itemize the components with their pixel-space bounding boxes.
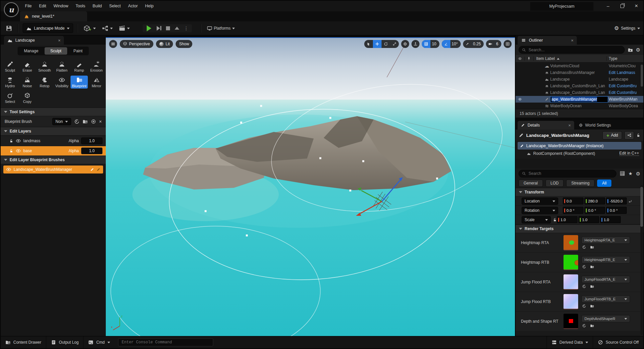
details-search-input[interactable] (528, 171, 613, 176)
grid-snap-value[interactable]: 10 (430, 42, 439, 46)
lock-open-icon[interactable] (9, 149, 13, 153)
maximize-viewport-button[interactable] (504, 40, 512, 48)
outliner-row-water-brush-manager-selected[interactable]: ape_WaterBrushManager WaterBrushMan (516, 96, 643, 103)
jump-flood-rta-thumbnail[interactable] (564, 274, 578, 290)
component-row-root[interactable]: RootComponent (RootComponent) Edit in C+… (518, 150, 641, 157)
menu-actor[interactable]: Actor (124, 2, 141, 10)
tab-new-level1[interactable]: new_level1* (20, 11, 87, 21)
platforms-dropdown[interactable]: Platforms (205, 24, 237, 32)
menu-window[interactable]: Window (50, 2, 72, 10)
editor-mode-dropdown[interactable]: Landscape Mode (23, 23, 73, 33)
blueprint-brush-dropdown[interactable]: Non (52, 118, 71, 125)
tab-details[interactable]: Details × (518, 121, 574, 130)
source-control-button[interactable]: Source Control Off (593, 336, 643, 348)
heightmap-rta-thumbnail[interactable] (564, 235, 578, 250)
actor-rename-field[interactable]: ape_WaterBrushManager (550, 96, 608, 103)
tool-erase[interactable]: Erase (19, 60, 36, 73)
heightmap-rta-asset-dropdown[interactable]: HeightmapRTA_E (581, 236, 630, 244)
outliner-row-landscape[interactable]: Landscape Landscape (516, 76, 643, 83)
tab-paint[interactable]: Paint (68, 47, 88, 55)
lit-dropdown[interactable]: Lit (156, 40, 173, 48)
transform-section-header[interactable]: Transform (516, 188, 643, 196)
select-tool-button[interactable] (364, 40, 373, 48)
play-options-icon[interactable]: ⋮ (184, 26, 189, 31)
tab-outliner[interactable]: Outliner × (518, 36, 577, 45)
browse-asset-icon[interactable] (590, 324, 594, 328)
tool-mirror[interactable]: Mirror (88, 76, 105, 89)
outliner-row-custom-brush-2[interactable]: Landscape_CustomBrush_Lan Edit CustomBru (516, 89, 643, 96)
tool-select[interactable]: Select (1, 91, 19, 104)
eye-icon[interactable] (16, 148, 21, 154)
tab-world-settings[interactable]: World Settings (574, 121, 616, 130)
camera-speed-value[interactable]: 6 (495, 42, 501, 46)
maximize-button[interactable] (620, 4, 624, 8)
alpha-value-field[interactable]: 1.0 (81, 138, 102, 144)
details-scrollbar-thumb[interactable] (640, 187, 643, 227)
menu-select[interactable]: Select (105, 2, 124, 10)
jump-flood-rta-asset-dropdown[interactable]: JumpFloodRTA_E (581, 276, 630, 283)
scale-lock-icon[interactable] (553, 218, 557, 222)
outliner-row-volumetric-cloud[interactable]: ☁ VolumetricCloud VolumetricClou (516, 63, 643, 69)
reset-location-icon[interactable] (628, 199, 632, 203)
show-dropdown[interactable]: Show (176, 40, 192, 48)
outliner-settings-gear-icon[interactable]: ⚙ (636, 47, 640, 52)
clear-icon[interactable]: × (99, 119, 102, 124)
details-settings-gear-icon[interactable]: ⚙ (636, 171, 640, 176)
rotation-z-field[interactable]: 0.0 ° (606, 207, 627, 214)
browse-asset-icon[interactable] (82, 119, 88, 124)
tool-visibility[interactable]: Visibility (53, 76, 71, 89)
output-log-button[interactable]: Output Log (46, 336, 83, 348)
skip-frame-button[interactable] (157, 26, 161, 31)
scale-snap-toggle[interactable] (463, 40, 472, 48)
scale-dropdown[interactable]: Scale (522, 216, 551, 223)
favorites-star-icon[interactable]: ★ (628, 171, 633, 176)
tool-flatten[interactable]: Flatten (53, 60, 71, 73)
menu-help[interactable]: Help (141, 2, 157, 10)
heightmap-rtb-asset-dropdown[interactable]: HeightmapRTB_E (581, 256, 630, 263)
layer-row-base[interactable]: base Alpha 1.0 (1, 146, 106, 156)
minimize-button[interactable]: – (606, 3, 610, 9)
tool-hydro[interactable]: Hydro (1, 76, 19, 89)
derived-data-button[interactable]: Derived Data (547, 336, 593, 348)
rotation-snap-value[interactable]: 10° (450, 42, 461, 46)
display-options-icon[interactable] (620, 171, 625, 176)
rotation-dropdown[interactable]: Rotation (522, 207, 558, 214)
perspective-dropdown[interactable]: Perspective (120, 40, 153, 48)
outliner-row-water-body-ocean[interactable]: ≋ WaterBodyOcean WaterBodyOcea (516, 103, 643, 109)
browse-asset-icon[interactable] (590, 284, 594, 288)
use-selected-icon[interactable] (74, 119, 80, 124)
tool-blueprint[interactable]: Blueprint (71, 76, 88, 89)
layer-row-landmass[interactable]: landmass Alpha 1.0 (1, 136, 106, 146)
filter-general[interactable]: General (519, 179, 543, 187)
cinematics-button[interactable] (117, 24, 131, 33)
scale-x-field[interactable]: 1.0 (557, 216, 577, 223)
browse-asset-icon[interactable] (590, 245, 594, 249)
surface-snapping-button[interactable] (411, 40, 419, 48)
rotation-y-field[interactable]: 0.0 ° (584, 207, 605, 214)
unreal-logo-icon[interactable]: u (4, 2, 19, 17)
filter-all[interactable]: All (597, 179, 611, 187)
tab-manage[interactable]: Manage (18, 47, 44, 55)
scale-snap-value[interactable]: 0.25 (472, 42, 484, 46)
outliner-search-box[interactable] (519, 46, 625, 54)
cmd-dropdown[interactable]: Cmd (83, 336, 114, 348)
scale-y-field[interactable]: 1.0 (578, 216, 599, 223)
viewport-options-button[interactable] (109, 40, 117, 48)
lock-open-icon[interactable] (9, 139, 13, 143)
eject-button[interactable] (175, 27, 179, 30)
tab-sculpt[interactable]: Sculpt (45, 47, 67, 55)
heightmap-rtb-thumbnail[interactable] (564, 255, 578, 270)
tool-settings-header[interactable]: Tool Settings (1, 108, 106, 116)
viewport-scene[interactable] (106, 38, 515, 336)
lock-open-icon[interactable] (636, 133, 640, 137)
console-command-input[interactable] (121, 340, 210, 345)
filter-streaming[interactable]: Streaming (566, 179, 594, 187)
use-selected-icon[interactable] (582, 324, 586, 328)
camera-speed-button[interactable] (486, 40, 495, 48)
add-component-button[interactable]: + Add (602, 131, 622, 140)
item-label-column-header[interactable]: Item Label (533, 56, 606, 61)
add-actor-button[interactable]: + (82, 23, 97, 33)
outliner-row-landmass-brush-manager[interactable]: LandmassBrushManager Edit Landmass (516, 69, 643, 76)
visibility-column-header[interactable] (516, 57, 524, 61)
pin-column-header[interactable] (524, 57, 533, 61)
